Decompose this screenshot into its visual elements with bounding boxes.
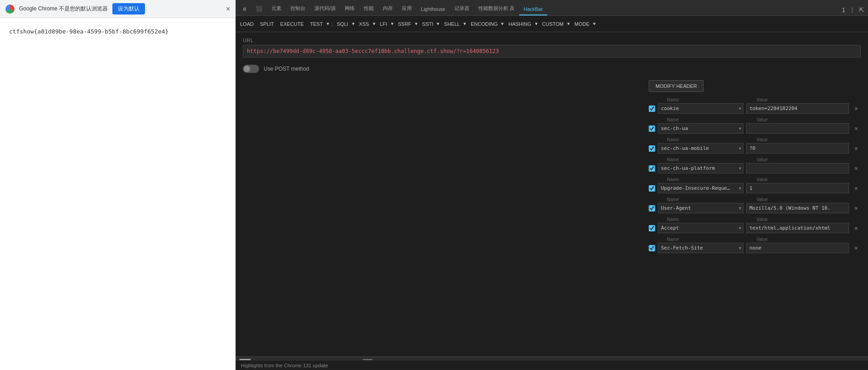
header-name-dropdown-2[interactable]: ▾ — [737, 146, 743, 151]
tab-detach-icon[interactable]: ⇱ — [859, 6, 864, 14]
header-name-input-5[interactable] — [658, 203, 737, 213]
xss-button[interactable]: XSS — [357, 19, 372, 29]
lfi-dropdown[interactable]: ▾ — [391, 19, 395, 29]
header-value-input-5[interactable] — [747, 203, 849, 213]
encoding-dropdown[interactable]: ▾ — [501, 19, 505, 29]
tab-network[interactable]: 网络 — [340, 2, 359, 15]
ssti-dropdown[interactable]: ▾ — [437, 19, 440, 29]
split-button[interactable]: SPLIT — [257, 19, 277, 29]
header-name-input-7[interactable] — [658, 243, 737, 253]
load-button[interactable]: LOAD — [237, 19, 256, 29]
tab-hackbar[interactable]: HackBar — [519, 4, 547, 15]
value-label-0: Value — [757, 97, 861, 102]
ssrf-dropdown[interactable]: ▾ — [415, 19, 419, 29]
header-name-dropdown-5[interactable]: ▾ — [737, 206, 743, 211]
header-delete-button-3[interactable]: × — [852, 165, 861, 172]
header-checkbox-1[interactable] — [649, 125, 655, 132]
tab-profiler[interactable]: 性能数据分析 及 — [474, 2, 519, 15]
tab-application[interactable]: 应用 — [397, 2, 416, 15]
header-value-wrapper-7 — [746, 243, 849, 253]
shell-button[interactable]: SHELL — [441, 19, 463, 29]
shell-dropdown[interactable]: ▾ — [463, 19, 467, 29]
tab-memory[interactable]: 内存 — [378, 2, 397, 15]
xss-dropdown[interactable]: ▾ — [373, 19, 376, 29]
tab-recorder[interactable]: 记录器 — [450, 2, 474, 15]
ssti-button[interactable]: SSTI — [420, 19, 436, 29]
header-value-wrapper-1 — [746, 123, 849, 134]
status-bar: Highlights from the Chrome 131 update — [236, 360, 868, 370]
test-button[interactable]: TEST — [308, 19, 326, 29]
header-name-dropdown-3[interactable]: ▾ — [737, 166, 743, 171]
header-name-dropdown-6[interactable]: ▾ — [737, 226, 743, 231]
header-checkbox-2[interactable] — [649, 145, 655, 152]
header-delete-button-6[interactable]: × — [852, 225, 861, 232]
header-name-input-4[interactable] — [658, 183, 737, 193]
header-delete-button-2[interactable]: × — [852, 145, 861, 152]
header-name-dropdown-4[interactable]: ▾ — [737, 186, 743, 191]
header-checkbox-7[interactable] — [649, 245, 655, 251]
lfi-button[interactable]: LFI — [377, 19, 390, 29]
header-checkbox-5[interactable] — [649, 205, 655, 211]
tab-performance[interactable]: 性能 — [359, 2, 378, 15]
tab-console[interactable]: 控制台 — [286, 2, 310, 15]
header-name-input-2[interactable] — [658, 144, 737, 153]
header-name-wrapper-1: ▾ — [658, 123, 743, 134]
test-dropdown[interactable]: ▾ — [327, 19, 330, 29]
header-name-wrapper-6: ▾ — [658, 223, 743, 233]
execute-button[interactable]: EXECUTE — [278, 19, 307, 29]
custom-dropdown[interactable]: ▾ — [567, 19, 571, 29]
header-value-input-1[interactable] — [747, 124, 849, 133]
page-content: ctfshow{a01d89be-98ea-4599-b5bf-8bc699f6… — [0, 18, 236, 370]
header-name-dropdown-1[interactable]: ▾ — [737, 126, 743, 131]
ssrf-button[interactable]: SSRF — [395, 19, 414, 29]
header-checkbox-4[interactable] — [649, 185, 655, 192]
mode-dropdown[interactable]: ▾ — [593, 19, 597, 29]
tab-sources[interactable]: 源代码/源 — [310, 2, 340, 15]
mode-button[interactable]: MODE — [572, 19, 592, 29]
set-default-button[interactable]: 设为默认 — [112, 3, 145, 14]
header-delete-button-0[interactable]: × — [852, 105, 861, 112]
header-checkbox-0[interactable] — [649, 106, 655, 112]
header-value-input-2[interactable] — [747, 144, 849, 153]
tab-lighthouse[interactable]: Lighthouse — [416, 4, 450, 15]
header-value-wrapper-6 — [746, 223, 849, 233]
tab-elements[interactable]: 元素 — [267, 2, 286, 15]
header-delete-button-5[interactable]: × — [852, 205, 861, 212]
header-delete-button-1[interactable]: × — [852, 125, 861, 132]
header-name-input-1[interactable] — [658, 124, 737, 133]
header-name-input-3[interactable] — [658, 163, 737, 173]
encoding-button[interactable]: ENCODING — [468, 19, 500, 29]
header-delete-button-4[interactable]: × — [852, 185, 861, 192]
header-name-dropdown-7[interactable]: ▾ — [737, 245, 743, 250]
header-value-input-4[interactable] — [747, 183, 849, 193]
header-value-input-7[interactable] — [747, 243, 849, 253]
sqli-dropdown[interactable]: ▾ — [352, 19, 356, 29]
hashing-dropdown[interactable]: ▾ — [535, 19, 539, 29]
header-labels-5: Name Value — [649, 197, 861, 202]
post-method-toggle[interactable] — [243, 65, 259, 73]
tab-more-icon[interactable]: ⋮ — [849, 6, 855, 14]
tab-pause[interactable]: ⏸ — [237, 4, 251, 15]
header-rows-container: Name Value ▾ × Name Value ▾ × — [649, 97, 861, 257]
name-label-3: Name — [658, 157, 754, 162]
header-value-input-0[interactable] — [747, 104, 849, 113]
header-checkbox-6[interactable] — [649, 225, 655, 231]
header-labels-2: Name Value — [649, 137, 861, 142]
header-name-input-0[interactable] — [658, 104, 737, 113]
header-checkbox-3[interactable] — [649, 165, 655, 172]
header-name-input-6[interactable] — [658, 223, 737, 233]
custom-button[interactable]: CUSTOM — [540, 19, 566, 29]
value-label-1: Value — [757, 117, 861, 122]
sqli-button[interactable]: SQLI — [334, 19, 351, 29]
tab-count-icon[interactable]: 1 — [842, 6, 845, 14]
header-delete-button-7[interactable]: × — [852, 245, 861, 252]
header-value-input-6[interactable] — [747, 223, 849, 233]
header-name-dropdown-0[interactable]: ▾ — [737, 106, 743, 111]
header-value-input-3[interactable] — [747, 163, 849, 173]
modify-header-button[interactable]: MODIFY HEADER — [649, 80, 704, 92]
tab-stop[interactable]: ⬛ — [251, 3, 267, 15]
post-method-label: Use POST method — [264, 66, 309, 72]
chrome-close-button[interactable]: × — [226, 5, 230, 13]
hashing-button[interactable]: HASHING — [506, 19, 534, 29]
url-input[interactable] — [243, 45, 861, 58]
